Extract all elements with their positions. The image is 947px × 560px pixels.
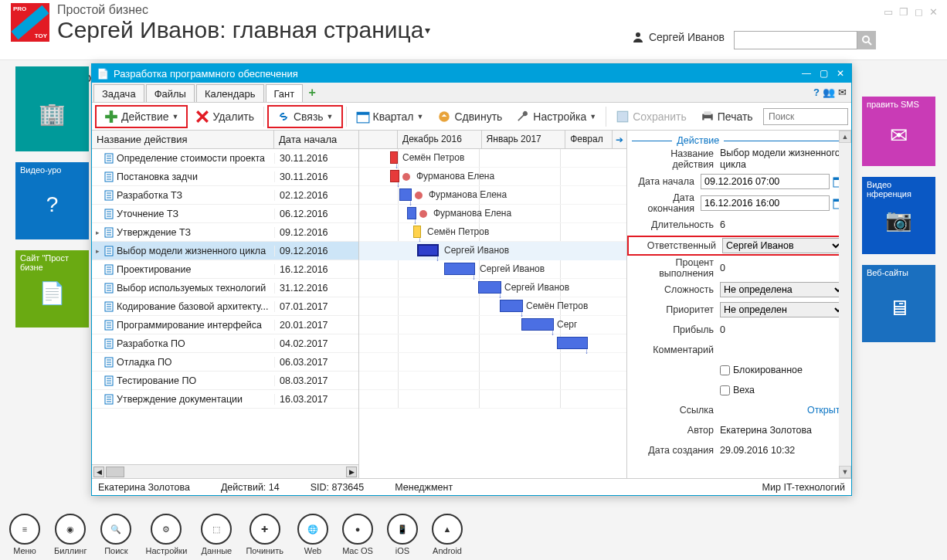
close-icon[interactable]: ✕	[929, 6, 938, 18]
prop-priority[interactable]: Не определен	[720, 302, 845, 317]
table-row[interactable]: Программирование интерфейса20.01.2017	[92, 316, 358, 334]
gantt-row[interactable]: ↓	[359, 334, 626, 353]
table-row[interactable]: Проектирование16.12.2016	[92, 260, 358, 279]
prop-complexity[interactable]: Не определена	[720, 282, 845, 297]
search-button[interactable]	[857, 31, 876, 49]
gantt-row[interactable]: Семён Петров↓	[359, 297, 626, 316]
table-row[interactable]: ▸Утверждение ТЗ09.12.2016	[92, 223, 358, 242]
table-row[interactable]: Тестирование ПО08.03.2017	[92, 372, 358, 390]
col-date[interactable]: Дата начала	[274, 131, 358, 148]
quarter-button[interactable]: Квартал▼	[350, 107, 430, 126]
mail-icon[interactable]: ✉	[838, 87, 847, 98]
minimize-button[interactable]: —	[800, 68, 813, 79]
gantt-row[interactable]	[359, 390, 626, 409]
prop-start-input[interactable]	[701, 174, 830, 189]
table-row[interactable]: Утверждение документации16.03.2017	[92, 390, 358, 409]
shift-button[interactable]: Сдвинуть	[431, 107, 508, 126]
col-name[interactable]: Название действия	[92, 131, 274, 148]
dock-item[interactable]: 📱iOS	[387, 514, 418, 555]
tab-gantt[interactable]: Гант	[266, 84, 304, 102]
gantt-bar[interactable]	[444, 263, 475, 275]
action-button[interactable]: Действие▼	[98, 107, 185, 126]
gantt-chart[interactable]: Декабрь 2016 Январь 2017 Феврал ➔ Семён …	[359, 131, 627, 478]
tile-pink[interactable]: править SMS✉	[862, 97, 935, 166]
dock-item[interactable]: ▲Android	[432, 514, 463, 555]
prop-blocked[interactable]	[720, 365, 730, 375]
prop-end-input[interactable]	[701, 195, 830, 211]
user-menu[interactable]: Сергей Иванов	[632, 31, 725, 43]
page-title[interactable]: Сергей Иванов: главная страница ▾	[57, 17, 632, 43]
tab-task[interactable]: Задача	[93, 84, 144, 102]
table-row[interactable]: Постановка задчи30.11.2016	[92, 168, 358, 186]
table-row[interactable]: Разработка ТЗ02.12.2016	[92, 186, 358, 205]
gantt-row[interactable]	[359, 353, 626, 372]
gantt-row[interactable]: Семён Петров↓	[359, 149, 626, 168]
gantt-bar[interactable]	[521, 318, 554, 331]
gantt-row[interactable]: Сергей Иванов↓	[359, 242, 626, 260]
search-input[interactable]	[734, 31, 857, 49]
tab-calendar[interactable]: Календарь	[196, 84, 264, 102]
gantt-row[interactable]: Фурманова Елена↓	[359, 168, 626, 186]
gantt-row[interactable]: Сергей Иванов↓	[359, 279, 626, 297]
maximize-button[interactable]: ▢	[817, 68, 830, 79]
question-icon[interactable]: ?	[813, 87, 820, 98]
window-titlebar[interactable]: 📄 Разработка программного обеспечения — …	[92, 64, 851, 83]
people-icon[interactable]: 👥	[823, 87, 835, 98]
dock-item[interactable]: 🔍Поиск	[100, 514, 131, 555]
link-button[interactable]: Связь▼	[270, 107, 340, 126]
delete-button[interactable]: Удалить	[189, 107, 260, 126]
scroll-right-button[interactable]: ▶	[346, 467, 357, 477]
dock-item[interactable]: ●Mac OS	[342, 514, 373, 555]
gantt-row[interactable]: Сергей Иванов↓	[359, 260, 626, 279]
dock-item[interactable]: ✚Починить	[246, 514, 283, 555]
tab-files[interactable]: Файлы	[146, 84, 195, 102]
gantt-row[interactable]: Семён Петров↓	[359, 223, 626, 242]
tile-green[interactable]: Сайт "Прост бизне📄	[15, 250, 89, 328]
gantt-row[interactable]: Фурманова Елена↓	[359, 205, 626, 223]
dock-item[interactable]: ≡Меню	[9, 514, 40, 555]
month-jan[interactable]: Январь 2017	[482, 131, 566, 148]
table-row[interactable]: Уточнение ТЗ06.12.2016	[92, 205, 358, 223]
tile-blue[interactable]: Видео-уро?	[15, 162, 89, 239]
save-button[interactable]: Сохранить	[609, 107, 693, 126]
maximize-icon[interactable]: ◻	[915, 6, 923, 18]
dock-item[interactable]: ⚙Настройки	[145, 514, 187, 555]
expand-icon[interactable]: ▸	[92, 229, 103, 236]
settings-button[interactable]: Настройка▼	[510, 107, 602, 126]
prop-scrollbar[interactable]: ▲ ▼	[839, 131, 851, 478]
dock-item[interactable]: 🌐Web	[297, 514, 328, 555]
table-row[interactable]: Отладка ПО06.03.2017	[92, 353, 358, 372]
prop-milestone[interactable]	[720, 385, 730, 395]
scroll-down-button[interactable]: ▼	[839, 466, 851, 478]
gantt-next-button[interactable]: ➔	[613, 131, 626, 148]
tile-websites[interactable]: Веб-сайты🖥	[862, 265, 935, 342]
row-date: 30.11.2016	[274, 171, 358, 182]
scroll-up-button[interactable]: ▲	[839, 131, 851, 143]
table-row[interactable]: Разработка ПО04.02.2017	[92, 334, 358, 353]
h-scrollbar[interactable]: ◀ ▶	[92, 464, 358, 478]
tile-teal[interactable]: 🏢	[15, 66, 89, 151]
scroll-thumb[interactable]	[106, 467, 124, 477]
expand-icon[interactable]: ▸	[92, 247, 103, 255]
table-row[interactable]: Определение стоимости проекта30.11.2016	[92, 149, 358, 168]
table-row[interactable]: ▸Выбор модели жизненного цикла09.12.2016	[92, 242, 358, 260]
close-button[interactable]: ✕	[834, 68, 847, 79]
month-dec[interactable]: Декабрь 2016	[398, 131, 482, 148]
dock-item[interactable]: ◉Биллинг	[54, 514, 87, 555]
table-row[interactable]: Выбор используемых технологий31.12.2016	[92, 279, 358, 297]
prop-responsible[interactable]: Сергей Иванов	[722, 238, 843, 253]
gantt-row[interactable]: Серг↓	[359, 316, 626, 334]
print-button[interactable]: Печать	[694, 107, 759, 126]
row-date: 09.12.2016	[274, 227, 358, 238]
month-feb[interactable]: Феврал	[565, 131, 613, 148]
table-row[interactable]: Кодирование базовой архитекту...07.01.20…	[92, 297, 358, 316]
toolbar-search-input[interactable]	[763, 108, 848, 125]
gantt-row[interactable]	[359, 372, 626, 390]
gantt-bar[interactable]	[557, 337, 588, 349]
tile-video[interactable]: Видео нференция📷	[862, 177, 935, 254]
scroll-left-button[interactable]: ◀	[93, 467, 104, 477]
gantt-row[interactable]: Фурманова Елена↓	[359, 186, 626, 205]
dock-item[interactable]: ⬚Данные	[201, 514, 232, 555]
add-tab-button[interactable]: +	[303, 83, 321, 102]
restore-icon[interactable]: ❐	[899, 6, 908, 18]
